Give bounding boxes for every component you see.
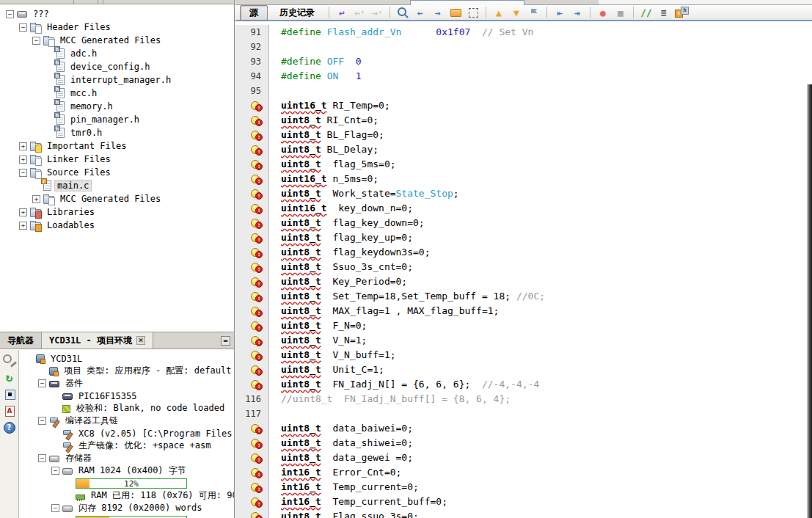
tree-item[interactable]: RAM 已用: 118 (0x76) 可用: 906 (0 xyxy=(19,489,234,502)
warning-bulb-icon[interactable] xyxy=(251,453,260,462)
history-view-button[interactable]: 历史记录 xyxy=(271,6,323,20)
tree-item[interactable]: −Source Files xyxy=(0,166,234,179)
warning-bulb-icon[interactable] xyxy=(251,351,260,360)
line-number[interactable]: 94 xyxy=(235,69,269,84)
code-line[interactable]: uint8_t Set_Temp=18,Set_Temp_buff = 18; … xyxy=(235,289,812,304)
gutter-cell[interactable] xyxy=(235,186,269,201)
warning-bulb-icon[interactable] xyxy=(251,497,260,506)
gutter-cell[interactable] xyxy=(235,201,269,216)
export-pdf-icon[interactable] xyxy=(1,403,18,419)
code-line[interactable]: 91#define Flash_addr_Vn 0x1f07 // Set Vn xyxy=(235,25,812,40)
code-line[interactable]: uint16_t key_down_n=0; xyxy=(235,201,812,216)
code-line[interactable]: uint8_t Ssuo_3s_cnt=0; xyxy=(235,260,812,274)
line-number[interactable]: 95 xyxy=(235,84,269,98)
expand-toggle-icon[interactable]: + xyxy=(32,195,40,203)
gutter-cell[interactable] xyxy=(235,128,269,142)
tree-item[interactable]: +Important Files xyxy=(0,139,234,153)
warning-bulb-icon[interactable] xyxy=(251,116,260,125)
collapse-toggle-icon[interactable]: − xyxy=(6,10,14,18)
collapse-toggle-icon[interactable]: − xyxy=(38,454,46,462)
code-line[interactable]: uint8_t flag_keydown3s=0; xyxy=(235,245,812,260)
tree-item[interactable]: −??? xyxy=(0,7,234,21)
warning-bulb-icon[interactable] xyxy=(251,292,260,301)
tree-item[interactable]: +Loadables xyxy=(0,219,234,232)
gutter-cell[interactable] xyxy=(235,157,269,172)
warning-bulb-icon[interactable] xyxy=(251,248,260,257)
code-line[interactable]: int16_t Error_Cnt=0; xyxy=(235,465,812,480)
next-bookmark-icon[interactable]: ▼ xyxy=(509,6,524,19)
code-line[interactable]: int16_t Temp_current_buff=0; xyxy=(235,495,812,509)
code-line[interactable]: 94#define ON 1 xyxy=(235,69,812,84)
refresh-icon[interactable]: ↻ xyxy=(1,369,18,385)
minimize-icon[interactable]: ▬ xyxy=(221,336,230,346)
tab-navigator[interactable]: 导航器 xyxy=(0,332,42,349)
gutter-cell[interactable] xyxy=(235,142,269,157)
gutter-cell[interactable] xyxy=(235,421,269,436)
code-line[interactable]: uint8_t V_N_buff=1; xyxy=(235,348,812,362)
code-line[interactable]: int16_t Temp_current=0; xyxy=(235,480,812,495)
gutter-cell[interactable] xyxy=(235,465,269,480)
gutter-cell[interactable] xyxy=(235,450,269,465)
record-macro-icon[interactable]: ● xyxy=(596,6,610,19)
warning-bulb-icon[interactable] xyxy=(251,483,260,492)
warning-bulb-icon[interactable] xyxy=(251,101,260,110)
code-line[interactable]: uint8_t Key_Period=0; xyxy=(235,274,812,289)
warning-bulb-icon[interactable] xyxy=(251,365,260,374)
code-line[interactable]: uint8_t FN_Iadj_N[] = {6, 6, 6}; //-4,-4… xyxy=(235,377,812,392)
code-line[interactable]: 93#define OFF 0 xyxy=(235,54,812,69)
tree-item[interactable]: +Libraries xyxy=(0,205,234,219)
gutter-cell[interactable] xyxy=(235,362,269,377)
tree-item[interactable]: hdevice_config.h xyxy=(0,60,234,73)
source-view-button[interactable]: 源 xyxy=(240,5,268,21)
line-number[interactable]: 91 xyxy=(235,25,269,40)
stop-macro-icon[interactable]: ■ xyxy=(613,6,628,19)
tree-item[interactable]: +Linker Files xyxy=(0,153,234,166)
warning-bulb-icon[interactable] xyxy=(251,439,260,448)
gutter-cell[interactable] xyxy=(235,245,269,260)
code-line[interactable]: uint8_t V_N=1; xyxy=(235,333,812,348)
warning-bulb-icon[interactable] xyxy=(251,219,260,227)
code-line[interactable]: uint8_t flag_key_up=0; xyxy=(235,230,812,245)
collapse-toggle-icon[interactable]: − xyxy=(38,417,46,425)
code-line[interactable]: uint8_t flag_5ms=0; xyxy=(235,157,812,172)
focus-view-icon[interactable] xyxy=(1,386,18,402)
previous-bookmark-icon[interactable]: ▲ xyxy=(491,6,506,19)
collapse-toggle-icon[interactable]: − xyxy=(32,37,40,45)
shift-line-right-icon[interactable]: ⇥ xyxy=(570,6,585,19)
tree-item[interactable]: cmain.c xyxy=(0,179,234,192)
warning-bulb-icon[interactable] xyxy=(251,160,260,169)
help-icon[interactable] xyxy=(1,420,18,436)
goto-header-source-icon[interactable] xyxy=(674,6,689,19)
tree-item[interactable]: PIC16F15355 xyxy=(19,390,234,402)
code-line[interactable]: uint8_t data_shiwei=0; xyxy=(235,436,812,450)
tree-item[interactable]: 项目 类型: 应用程序 - 配置: default xyxy=(19,365,234,377)
gutter-cell[interactable] xyxy=(235,172,269,186)
code-line[interactable]: uint16_t RI_Temp=0; xyxy=(235,98,812,113)
tree-item[interactable]: −MCC Generated Files xyxy=(0,34,234,47)
collapse-toggle-icon[interactable]: − xyxy=(51,504,59,512)
tree-item[interactable]: hadc.h xyxy=(0,47,234,60)
tree-item[interactable]: hmcc.h xyxy=(0,87,234,100)
gutter-cell[interactable] xyxy=(235,113,269,128)
tree-item[interactable]: −编译器工具链 xyxy=(19,415,234,427)
tree-item[interactable]: hinterrupt_manager.h xyxy=(0,73,234,87)
code-line[interactable]: uint8_t RI_Cnt=0; xyxy=(235,113,812,128)
warning-bulb-icon[interactable] xyxy=(251,321,260,330)
gutter-cell[interactable] xyxy=(235,348,269,362)
tab-project-environment[interactable]: YCD31L - 项目环境 × xyxy=(42,332,153,349)
tools-icon[interactable] xyxy=(1,352,18,368)
code-line[interactable]: uint8_t Work_state=State_Stop; xyxy=(235,186,812,201)
warning-bulb-icon[interactable] xyxy=(251,175,260,183)
tree-item[interactable]: 12% xyxy=(19,477,234,489)
tree-item[interactable]: YCD31L xyxy=(19,352,234,365)
close-icon[interactable]: × xyxy=(136,336,145,345)
shift-line-left-icon[interactable]: ⇤ xyxy=(552,6,567,19)
code-line[interactable]: uint8_t BL_Delay; xyxy=(235,142,812,157)
expand-toggle-icon[interactable]: + xyxy=(19,156,27,164)
gutter-cell[interactable] xyxy=(235,230,269,245)
gutter-cell[interactable] xyxy=(235,274,269,289)
warning-bulb-icon[interactable] xyxy=(251,263,260,271)
code-line[interactable]: uint8_t F_N=0; xyxy=(235,318,812,333)
comment-icon[interactable]: ∕∕ xyxy=(639,6,654,19)
tree-item[interactable]: 30% xyxy=(19,514,234,518)
